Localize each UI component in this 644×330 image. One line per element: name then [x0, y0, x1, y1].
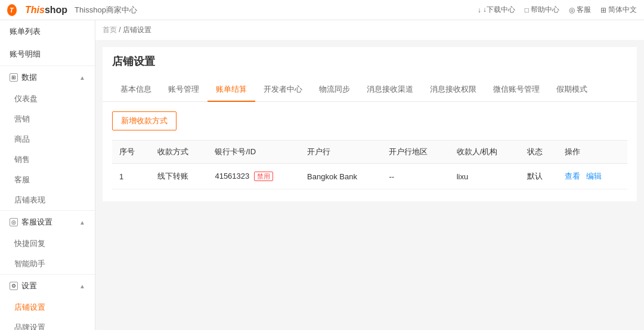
cell-receiver: lixu: [450, 164, 520, 189]
tab-basic-info[interactable]: 基本信息: [112, 78, 160, 102]
header: T Thisshop Thisshop商家中心 ↓↓下载中心 □帮助中心 ◎客服…: [0, 0, 644, 20]
sidebar-item-quick-reply[interactable]: 快捷回复: [0, 234, 95, 254]
sidebar-item-smart-assistant[interactable]: 智能助手: [0, 254, 95, 274]
chevron-up-icon: ▲: [79, 74, 85, 81]
cell-bank-name: Bangkok Bank: [300, 164, 382, 189]
service-icon: ◎: [10, 218, 18, 226]
view-action-link[interactable]: 查看: [565, 172, 580, 180]
col-region: 开户行地区: [382, 141, 449, 164]
col-bank-id: 银行卡号/ID: [208, 141, 300, 164]
tab-holiday-mode[interactable]: 假期模式: [548, 78, 596, 102]
edit-action-link[interactable]: 编辑: [586, 172, 602, 180]
sidebar-item-brand-settings[interactable]: 品牌设置: [0, 317, 95, 330]
sidebar-item-store-performance[interactable]: 店铺表现: [0, 190, 95, 210]
breadcrumb-current: 店铺设置: [123, 26, 151, 34]
table-row: 1 线下转账 41561323 禁用 Bangkok Bank -- lixu …: [112, 164, 627, 189]
download-center-link[interactable]: ↓↓下载中心: [478, 5, 515, 15]
data-icon: ⊞: [10, 73, 18, 82]
sidebar-item-sales[interactable]: 销售: [0, 150, 95, 170]
page-container: 店铺设置 基本信息 账号管理 账单结算 开发者中心 物流同步 消息接收渠道 消息…: [103, 47, 637, 201]
sidebar-item-dashboard[interactable]: 仪表盘: [0, 89, 95, 109]
col-receiver: 收款人/机构: [450, 141, 520, 164]
sidebar-section-settings[interactable]: ⚙ 设置 ▲: [0, 274, 95, 297]
add-payment-button[interactable]: 新增收款方式: [112, 111, 177, 130]
tabs: 基本信息 账号管理 账单结算 开发者中心 物流同步 消息接收渠道 消息接收权限 …: [103, 78, 637, 102]
cell-actions: 查看 编辑: [558, 164, 627, 189]
tab-account-manage[interactable]: 账号管理: [160, 78, 208, 102]
sidebar-item-bill-list[interactable]: 账单列表: [0, 20, 95, 43]
sidebar-item-service-data[interactable]: 客服: [0, 170, 95, 190]
tab-msg-permission[interactable]: 消息接收权限: [422, 78, 485, 102]
logo: T Thisshop: [7, 3, 67, 17]
col-bank-name: 开户行: [300, 141, 382, 164]
cell-status: 默认: [520, 164, 558, 189]
sidebar-section-service[interactable]: ◎ 客服设置 ▲: [0, 210, 95, 234]
payment-table: 序号 收款方式 银行卡号/ID 开户行 开户行地区 收款人/机构 状态 操作 1: [112, 140, 627, 189]
sidebar-item-account-detail[interactable]: 账号明细: [0, 43, 95, 66]
settings-icon: ⚙: [10, 282, 18, 290]
cell-payment-method: 线下转账: [150, 164, 208, 189]
col-actions: 操作: [558, 141, 627, 164]
settings-section-children: 店铺设置 品牌设置 店铺装修 商品详情设置 我的地址 分类设置 Feed运营人员…: [0, 297, 95, 330]
tab-developer-center[interactable]: 开发者中心: [255, 78, 311, 102]
tab-content: 新增收款方式 序号 收款方式 银行卡号/ID 开户行 开户行地区 收款人/机构 …: [103, 111, 637, 189]
breadcrumb-separator: /: [119, 26, 123, 34]
sidebar: 账单列表 账号明细 ⊞ 数据 ▲ 仪表盘 营销 商品 销售 客服 店铺表现 ◎ …: [0, 20, 95, 330]
page-title: 店铺设置: [103, 47, 637, 69]
main-content: 首页 / 店铺设置 店铺设置 基本信息 账号管理 账单结算 开发者中心 物流同步…: [95, 20, 644, 330]
col-index: 序号: [112, 141, 150, 164]
breadcrumb-home[interactable]: 首页: [103, 26, 117, 34]
breadcrumb: 首页 / 店铺设置: [95, 20, 644, 40]
tab-bill-settlement[interactable]: 账单结算: [208, 78, 255, 102]
logo-text: Thisshop: [25, 5, 67, 15]
cell-index: 1: [112, 164, 150, 189]
col-payment-method: 收款方式: [150, 141, 208, 164]
data-section-children: 仪表盘 营销 商品 销售 客服 店铺表现: [0, 89, 95, 210]
layout: 账单列表 账号明细 ⊞ 数据 ▲ 仪表盘 营销 商品 销售 客服 店铺表现 ◎ …: [0, 20, 644, 330]
cell-bank-id: 41561323 禁用: [208, 164, 300, 189]
cell-region: --: [382, 164, 449, 189]
tab-msg-channel[interactable]: 消息接收渠道: [358, 78, 422, 102]
logo-icon: T: [7, 3, 24, 17]
header-left: T Thisshop Thisshop商家中心: [7, 3, 137, 17]
header-right: ↓↓下载中心 □帮助中心 ◎客服 ⊞简体中文: [478, 5, 637, 15]
language-switch[interactable]: ⊞简体中文: [600, 5, 637, 15]
tab-wechat-manage[interactable]: 微信账号管理: [485, 78, 548, 102]
header-subtitle: Thisshop商家中心: [75, 5, 137, 15]
customer-service-link[interactable]: ◎客服: [569, 5, 591, 15]
service-section-children: 快捷回复 智能助手: [0, 234, 95, 274]
chevron-up-icon-service: ▲: [79, 219, 85, 226]
sidebar-section-data[interactable]: ⊞ 数据 ▲: [0, 66, 95, 89]
sidebar-item-marketing[interactable]: 营销: [0, 109, 95, 129]
col-status: 状态: [520, 141, 558, 164]
table-header-row: 序号 收款方式 银行卡号/ID 开户行 开户行地区 收款人/机构 状态 操作: [112, 141, 627, 164]
tab-logistics-sync[interactable]: 物流同步: [311, 78, 358, 102]
sidebar-item-store-settings[interactable]: 店铺设置: [0, 297, 95, 317]
sidebar-item-goods[interactable]: 商品: [0, 129, 95, 150]
disabled-badge: 禁用: [254, 172, 273, 181]
chevron-up-icon-settings: ▲: [79, 283, 85, 289]
help-center-link[interactable]: □帮助中心: [525, 5, 559, 15]
